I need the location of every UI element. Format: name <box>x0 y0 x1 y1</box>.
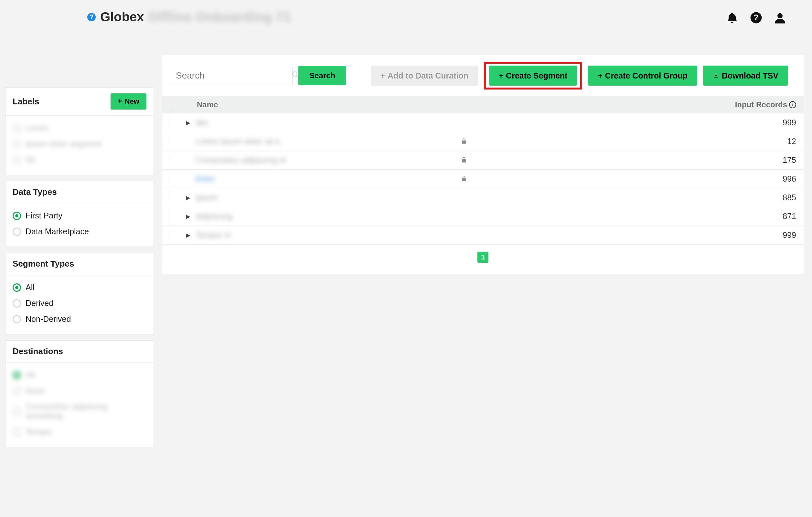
filter-radio-label: Consectetur adipiscing something <box>26 402 146 421</box>
select-all-checkbox[interactable] <box>170 100 170 109</box>
row-records: 999 <box>754 231 796 240</box>
label-filter-item[interactable]: Ipsum dolor segment <box>12 136 146 152</box>
row-checkbox[interactable] <box>170 155 170 165</box>
filter-radio-item[interactable]: All <box>12 367 146 383</box>
label-filter-text: Lorem <box>26 123 49 133</box>
radio[interactable] <box>12 407 21 416</box>
download-tsv-button[interactable]: Download TSV <box>703 66 788 86</box>
top-icons: ? <box>726 12 786 26</box>
radio[interactable] <box>12 227 21 236</box>
filter-radio-item[interactable]: Data Marketplace <box>12 223 146 239</box>
radio[interactable] <box>12 315 21 324</box>
checkbox[interactable] <box>12 124 21 132</box>
table-header: Name Input Records i <box>162 96 804 114</box>
table-row[interactable]: ▶abc999 <box>162 114 804 132</box>
table-row[interactable]: Consectetur adipiscing el175 <box>162 151 804 170</box>
search-button[interactable]: Search <box>298 66 346 85</box>
add-curation-button: Add to Data Curation <box>371 66 478 86</box>
help-icon[interactable]: ? <box>750 12 762 26</box>
row-name: Adipiscing <box>196 212 232 221</box>
row-records: 871 <box>754 212 796 221</box>
lock-icon <box>461 137 467 146</box>
help-badge-icon[interactable]: ? <box>87 13 96 21</box>
filter-radio-item[interactable]: Tempor <box>12 424 146 440</box>
radio[interactable] <box>12 387 21 395</box>
row-checkbox[interactable] <box>170 174 170 184</box>
create-control-group-button[interactable]: Create Control Group <box>588 66 697 86</box>
row-name: Tempor in <box>196 231 231 240</box>
radio[interactable] <box>12 212 21 220</box>
create-segment-button[interactable]: Create Segment <box>489 66 577 86</box>
row-records: 12 <box>754 137 796 146</box>
row-name: abc <box>196 118 208 127</box>
filter-radio-label: Tempor <box>26 427 52 436</box>
filter-radio-label: Data Marketplace <box>26 227 89 236</box>
column-records-label: Input Records <box>735 100 787 109</box>
filter-radio-label: First Party <box>26 211 62 220</box>
bell-icon[interactable] <box>726 12 738 26</box>
lock-icon <box>461 155 467 165</box>
row-records: 885 <box>754 193 796 202</box>
checkbox[interactable] <box>12 156 21 164</box>
toolbar: Search Add to Data Curation Create Segme… <box>162 55 804 96</box>
row-checkbox[interactable] <box>170 230 170 240</box>
radio[interactable] <box>12 299 21 308</box>
page-current[interactable]: 1 <box>477 252 488 263</box>
search-input[interactable] <box>176 70 292 81</box>
create-control-group-label: Create Control Group <box>605 71 688 81</box>
filter-radio-label: All <box>26 283 35 292</box>
filter-radio-item[interactable]: Amet <box>12 383 146 399</box>
expand-toggle[interactable]: ▶ <box>186 232 196 239</box>
row-records: 175 <box>754 155 796 165</box>
filter-radio-label: Non-Derived <box>26 314 71 324</box>
expand-toggle[interactable]: ▶ <box>186 213 196 220</box>
create-segment-highlight: Create Segment <box>484 62 582 90</box>
download-icon <box>713 71 719 81</box>
filter-radio-item[interactable]: First Party <box>12 208 146 223</box>
table-row[interactable]: ▶Tempor in999 <box>162 226 804 245</box>
data-types-panel: Data Types First PartyData Marketplace <box>5 181 154 247</box>
column-records[interactable]: Input Records i <box>735 100 796 109</box>
label-filter-item[interactable]: Sit <box>12 152 146 168</box>
radio[interactable] <box>12 428 21 436</box>
label-filter-text: Sit <box>26 155 35 164</box>
label-filter-item[interactable]: Lorem <box>12 120 146 136</box>
table-row[interactable]: ▶Ipsum885 <box>162 188 804 207</box>
table-row[interactable]: Dolor996 <box>162 170 804 188</box>
svg-text:?: ? <box>753 13 758 22</box>
new-label-button[interactable]: New <box>111 93 146 110</box>
table-row[interactable]: Lorem ipsum dolor sit a12 <box>162 132 804 151</box>
row-checkbox[interactable] <box>170 192 170 202</box>
expand-toggle[interactable]: ▶ <box>186 119 196 126</box>
segment-types-panel: Segment Types AllDerivedNon-Derived <box>5 253 154 334</box>
svg-point-3 <box>293 72 297 76</box>
row-checkbox[interactable] <box>170 136 170 146</box>
radio[interactable] <box>12 283 21 292</box>
filter-radio-item[interactable]: Non-Derived <box>12 311 146 327</box>
filter-radio-item[interactable]: Consectetur adipiscing something <box>12 399 146 424</box>
add-curation-label: Add to Data Curation <box>387 71 468 81</box>
row-checkbox[interactable] <box>170 118 170 127</box>
column-name[interactable]: Name <box>196 100 735 109</box>
filter-radio-item[interactable]: All <box>12 279 146 295</box>
radio[interactable] <box>12 371 21 379</box>
checkbox[interactable] <box>12 140 21 148</box>
labels-title: Labels <box>12 97 39 107</box>
brand-name: Globex <box>100 10 144 24</box>
search-wrap <box>170 66 293 85</box>
filter-radio-label: Amet <box>26 386 44 396</box>
expand-toggle[interactable]: ▶ <box>186 194 196 201</box>
profile-icon[interactable] <box>774 12 786 26</box>
row-records: 999 <box>754 118 796 127</box>
table-row[interactable]: ▶Adipiscing871 <box>162 207 804 226</box>
pagination: 1 <box>162 245 804 274</box>
row-records: 996 <box>754 174 796 184</box>
data-types-title: Data Types <box>12 187 57 197</box>
plus-icon <box>598 71 602 81</box>
breadcrumb-blurred: Offline Onboarding 71 <box>149 10 291 24</box>
row-checkbox[interactable] <box>170 211 170 221</box>
svg-line-4 <box>296 75 298 78</box>
filter-radio-item[interactable]: Derived <box>12 295 146 311</box>
info-icon[interactable]: i <box>789 101 796 108</box>
sidebar: Labels New LoremIpsum dolor segmentSit D… <box>5 87 154 447</box>
